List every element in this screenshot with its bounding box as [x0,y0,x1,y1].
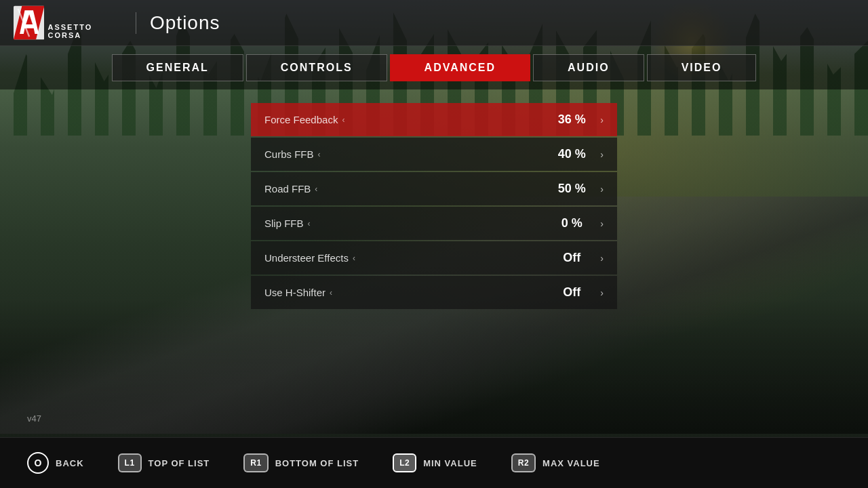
right-arrow-force-feedback: › [600,115,604,125]
l2-button-icon[interactable]: L2 [393,453,416,472]
right-arrow-understeer: › [600,253,604,264]
back-button-icon[interactable]: O [27,452,49,474]
nav-tabs: GENERAL CONTROLS ADVANCED AUDIO VIDEO [0,46,868,89]
setting-slip-ffb[interactable]: Slip FFB ‹ 0 % › [251,207,617,240]
left-arrow-understeer: ‹ [353,253,355,263]
right-arrow-road-ffb: › [600,184,604,195]
control-min-value: L2 MIN VALUE [393,453,477,472]
right-arrow-slip-ffb: › [600,218,604,229]
logo-text: ASSETTO CORSA [47,23,122,39]
tab-video[interactable]: VIDEO [647,54,757,81]
setting-force-feedback[interactable]: Force Feedback ‹ 36 % › [251,103,617,136]
tab-audio[interactable]: AUDIO [533,54,644,81]
logo: ASSETTO CORSA [14,3,122,43]
right-arrow-curbs-ffb: › [600,149,604,160]
logo-icon [14,4,44,41]
min-value-label: MIN VALUE [423,458,477,468]
left-arrow-slip-ffb: ‹ [308,219,311,228]
setting-h-shifter[interactable]: Use H-Shifter ‹ Off › [251,276,617,309]
options-title: Options [136,12,220,34]
setting-value-force-feedback: 36 % [551,113,592,127]
setting-label-slip-ffb: Slip FFB [264,218,304,229]
control-back: O BACK [27,452,84,474]
r1-button-icon[interactable]: R1 [243,453,268,472]
setting-understeer[interactable]: Understeer Effects ‹ Off › [251,241,617,274]
setting-label-force-feedback: Force Feedback [264,114,338,125]
left-arrow-curbs-ffb: ‹ [318,150,321,159]
left-arrow-h-shifter: ‹ [330,288,332,298]
setting-value-understeer: Off [551,251,592,265]
left-arrow-force-feedback: ‹ [342,115,344,125]
max-value-label: MAX VALUE [542,458,600,468]
header: ASSETTO CORSA Options [0,0,868,46]
setting-value-curbs-ffb: 40 % [551,147,592,161]
control-bottom-of-list: R1 BOTTOM OF LIST [243,453,359,472]
setting-label-h-shifter: Use H-Shifter [264,287,326,298]
version-label: v47 [27,413,41,424]
setting-value-slip-ffb: 0 % [551,216,592,230]
tab-general[interactable]: GENERAL [112,54,243,81]
back-label: BACK [56,458,84,468]
setting-road-ffb[interactable]: Road FFB ‹ 50 % › [251,172,617,205]
left-arrow-road-ffb: ‹ [315,184,317,194]
right-arrow-h-shifter: › [600,287,604,298]
setting-label-road-ffb: Road FFB [264,183,311,195]
control-max-value: R2 MAX VALUE [511,453,600,472]
r2-button-icon[interactable]: R2 [511,453,536,472]
setting-value-road-ffb: 50 % [551,182,592,196]
control-top-of-list: L1 TOP OF LIST [118,453,210,472]
setting-label-understeer: Understeer Effects [264,252,349,264]
top-of-list-label: TOP OF LIST [149,458,210,468]
setting-value-h-shifter: Off [551,285,592,300]
bottom-of-list-label: BOTTOM OF LIST [275,458,359,468]
tab-advanced[interactable]: ADVANCED [390,54,530,81]
setting-label-curbs-ffb: Curbs FFB [264,148,314,160]
l1-button-icon[interactable]: L1 [118,453,142,472]
setting-curbs-ffb[interactable]: Curbs FFB ‹ 40 % › [251,138,617,171]
tab-controls[interactable]: CONTROLS [246,54,387,81]
settings-panel: Force Feedback ‹ 36 % › Curbs FFB ‹ 40 %… [251,103,617,309]
bottom-bar: O BACK L1 TOP OF LIST R1 BOTTOM OF LIST … [0,437,868,488]
